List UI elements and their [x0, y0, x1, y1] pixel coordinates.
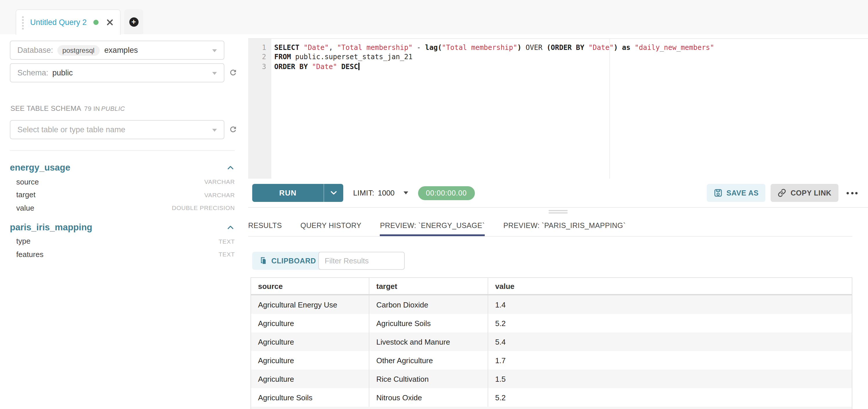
- results-table: sourcetargetvalueAgricultural Energy Use…: [250, 277, 852, 409]
- column-type: VARCHAR: [205, 192, 235, 198]
- plus-icon: +: [129, 17, 138, 26]
- clipboard-label: CLIPBOARD: [271, 257, 316, 265]
- code-line: SELECT "Date", "Total membership" - lag(…: [274, 43, 868, 53]
- code-line: FROM public.superset_stats_jan_21: [274, 53, 868, 62]
- schema-label: Schema:: [18, 68, 49, 77]
- add-tab-button[interactable]: +: [124, 9, 143, 34]
- tab-join: [16, 34, 120, 35]
- column-name: features: [16, 250, 43, 259]
- link-icon: [778, 188, 786, 197]
- refresh-schemas-icon[interactable]: [228, 68, 239, 78]
- table-schema-section: paris_iris_mappingtypeTEXTfeaturesTEXT: [10, 220, 235, 261]
- results-header-cell[interactable]: target: [369, 278, 488, 294]
- drag-handle-icon[interactable]: [22, 16, 24, 18]
- column-type: VARCHAR: [205, 178, 235, 185]
- save-as-label: SAVE AS: [726, 189, 759, 197]
- table-row: Agricultural Energy UseCarbon Dioxide1.4: [251, 295, 852, 314]
- schema-column-row: featuresTEXT: [10, 248, 235, 261]
- code-line: ORDER BY "Date" DESC: [274, 62, 868, 71]
- south-tab[interactable]: PREVIEW: `ENERGY_USAGE`: [380, 215, 485, 236]
- schema-name: public: [53, 68, 73, 77]
- south-tab[interactable]: RESULTS: [248, 215, 282, 236]
- caret-down-icon: [212, 128, 217, 132]
- chevron-up-icon[interactable]: [227, 225, 235, 229]
- save-as-button[interactable]: SAVE AS: [707, 184, 766, 202]
- query-tab[interactable]: Untitled Query 2: [16, 9, 121, 35]
- table-section-header[interactable]: paris_iris_mapping: [10, 220, 235, 235]
- results-header-row: sourcetargetvalue: [251, 278, 852, 295]
- schema-column-row: valueDOUBLE PRECISION: [10, 201, 235, 214]
- south-tab[interactable]: PREVIEW: `PARIS_IRIS_MAPPING`: [503, 215, 626, 236]
- schema-column-row: targetVARCHAR: [10, 188, 235, 201]
- column-type: TEXT: [219, 251, 235, 258]
- table-schema-section: energy_usagesourceVARCHARtargetVARCHARva…: [10, 160, 235, 214]
- run-dropdown-button[interactable]: [324, 184, 343, 202]
- schema-sections: energy_usagesourceVARCHARtargetVARCHARva…: [10, 160, 235, 266]
- caret-down-icon: [403, 192, 408, 194]
- table-row: AgricultureRice Cultivation1.5: [251, 370, 852, 388]
- table-cell: 1.5: [488, 370, 852, 388]
- south-tab[interactable]: QUERY HISTORY: [300, 215, 361, 236]
- pane-resize-handle[interactable]: [248, 209, 868, 215]
- schema-column-row: sourceVARCHAR: [10, 175, 235, 188]
- caret-down-icon: [212, 49, 217, 52]
- results-header-cell[interactable]: source: [251, 278, 369, 294]
- table-select-placeholder: Select table or type table name: [18, 125, 125, 134]
- run-button-group: RUN: [252, 184, 343, 202]
- database-select[interactable]: Database: postgresql examples: [10, 40, 224, 60]
- query-timer-badge: 00:00:00.00: [418, 186, 475, 200]
- sql-code[interactable]: SELECT "Date", "Total membership" - lag(…: [274, 43, 868, 71]
- more-actions-button[interactable]: [846, 192, 858, 194]
- sql-editor[interactable]: 123 SELECT "Date", "Total membership" - …: [248, 38, 868, 179]
- see-table-schema-label: SEE TABLE SCHEMA 79 IN PUBLIC: [10, 105, 125, 113]
- database-name: examples: [104, 46, 138, 55]
- text-cursor: [358, 63, 359, 70]
- see-table-schema-text: SEE TABLE SCHEMA: [10, 105, 81, 113]
- table-cell: Carbon Dioxide: [369, 295, 488, 314]
- sidebar-divider: [10, 150, 235, 151]
- table-name: energy_usage: [10, 163, 70, 173]
- editor-tab-bar: Untitled Query 2 +: [0, 0, 868, 34]
- editor-gutter: 123: [248, 39, 271, 179]
- line-number: 2: [248, 53, 271, 62]
- clipboard-button[interactable]: CLIPBOARD: [252, 252, 323, 270]
- caret-down-icon: [212, 71, 217, 75]
- close-tab-icon[interactable]: [106, 19, 113, 26]
- schema-scope-text: PUBLIC: [101, 105, 125, 112]
- table-cell: Agriculture: [251, 314, 369, 332]
- table-cell: 5.4: [488, 332, 852, 351]
- table-row-partial: [251, 407, 852, 409]
- save-icon: [714, 188, 722, 197]
- table-cell: Agriculture Soils: [251, 388, 369, 407]
- query-status-dot-icon: [93, 20, 98, 25]
- editor-toolbar: RUN LIMIT: 1000 00:00:00.00 SAVE AS COPY…: [248, 179, 868, 208]
- results-header-cell[interactable]: value: [488, 278, 852, 294]
- column-type: DOUBLE PRECISION: [172, 204, 235, 211]
- table-cell: 1.7: [488, 351, 852, 370]
- table-cell: 1.4: [488, 295, 852, 314]
- query-tab-label: Untitled Query 2: [30, 18, 87, 27]
- table-row: AgricultureOther Agriculture1.7: [251, 351, 852, 370]
- chevron-up-icon[interactable]: [227, 165, 235, 170]
- table-row: AgricultureAgriculture Soils5.2: [251, 314, 852, 332]
- copy-link-label: COPY LINK: [790, 189, 832, 197]
- column-name: type: [16, 237, 30, 246]
- table-row: Agriculture SoilsNitrous Oxide5.2: [251, 388, 852, 407]
- table-count-text: 79 IN: [84, 105, 100, 112]
- column-type: TEXT: [219, 238, 235, 245]
- column-name: value: [16, 204, 34, 212]
- limit-dropdown[interactable]: LIMIT: 1000: [353, 188, 408, 197]
- table-cell: Agriculture: [251, 351, 369, 370]
- copy-link-button[interactable]: COPY LINK: [771, 184, 838, 202]
- table-cell: Livestock and Manure: [369, 332, 488, 351]
- column-name: source: [16, 177, 39, 186]
- sql-lab-app: Untitled Query 2 + Database: postgresql …: [0, 0, 868, 409]
- schema-select[interactable]: Schema: public: [10, 63, 224, 82]
- table-select[interactable]: Select table or type table name: [10, 120, 224, 139]
- table-cell: Other Agriculture: [369, 351, 488, 370]
- refresh-tables-icon[interactable]: [228, 125, 239, 135]
- table-section-header[interactable]: energy_usage: [10, 160, 235, 175]
- limit-label: LIMIT:: [353, 188, 374, 197]
- run-button[interactable]: RUN: [252, 184, 324, 202]
- filter-results-input[interactable]: [318, 252, 405, 270]
